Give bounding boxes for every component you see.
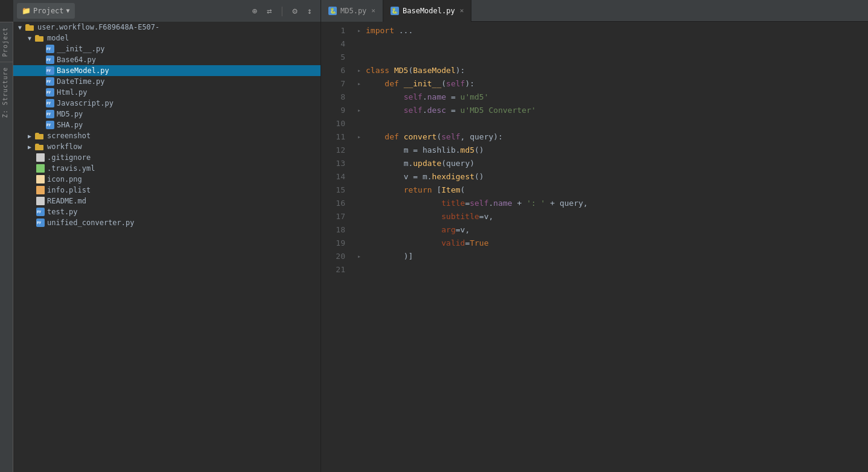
line-20-text: )] [366, 250, 413, 263]
tab-basemodel-close[interactable]: ✕ [460, 7, 464, 14]
readme-icon [36, 197, 45, 205]
fold-7[interactable]: ▸ [357, 77, 366, 91]
code-line-6: ▸ class MD5(BaseModel): [357, 64, 868, 77]
toolbar-icons: ⊕ ⇄ | ⚙ ↕ [250, 5, 317, 17]
ln-21: 21 [321, 263, 345, 276]
tree-item-md5[interactable]: MD5.py [13, 109, 321, 120]
tree-item-datetime[interactable]: DateTime.py [13, 76, 321, 87]
arrow-icon[interactable]: ↕ [305, 5, 314, 17]
code-line-7: ▸ def __init__(self): [357, 77, 868, 91]
fold-6[interactable]: ▸ [357, 64, 366, 77]
infoplist-label: info.plist [47, 186, 91, 194]
tab-md5-close[interactable]: ✕ [371, 7, 375, 14]
line-21-text [366, 263, 371, 276]
line-4-text [366, 37, 371, 51]
code-line-16: title=self.name + ': ' + query, [357, 197, 868, 210]
javascript-label: Javascript.py [57, 99, 113, 107]
py-icon-md5-tree [46, 110, 54, 118]
tree-item-testpy[interactable]: test.py [13, 206, 321, 217]
tree-item-workflow[interactable]: ▶ workflow [13, 141, 321, 152]
tab-md5[interactable]: 🐍 MD5.py ✕ [321, 0, 383, 22]
side-tabs: Project Z: Structure [0, 22, 13, 472]
unified-icon [36, 218, 45, 227]
tree-item-sha[interactable]: SHA.py [13, 120, 321, 130]
py-icon-basemodel: 🐍 [391, 7, 399, 15]
py-icon-datetime [46, 77, 54, 86]
code-line-5 [357, 51, 868, 64]
tree-item-model[interactable]: ▼ model [13, 33, 321, 43]
py-icon-basemodel-tree [46, 66, 54, 75]
tree-item-basemodel[interactable]: BaseModel.py [13, 65, 321, 76]
tree-item-unified[interactable]: unified_converter.py [13, 217, 321, 228]
code-line-11: ▸ def convert(self, query): [357, 130, 868, 144]
editor-tab-bar: 🐍 MD5.py ✕ 🐍 BaseModel.py ✕ [321, 0, 868, 22]
tab-basemodel[interactable]: 🐍 BaseModel.py ✕ [383, 0, 471, 22]
fold-1[interactable]: ▸ [357, 24, 366, 37]
travis-icon [36, 164, 45, 173]
ln-16: 16 [321, 197, 345, 210]
testpy-label: test.py [47, 208, 78, 216]
base64-label: Base64.py [57, 56, 96, 64]
code-line-10 [357, 117, 868, 130]
code-line-1: ▸ import ... [357, 24, 868, 37]
code-editor[interactable]: 1 4 5 6 7 8 9 10 11 12 13 14 15 16 17 18… [321, 22, 868, 472]
line-8-text: self.name = u'md5' [366, 91, 489, 104]
tree-item-iconpng[interactable]: icon.png [13, 174, 321, 185]
ln-8: 8 [321, 91, 345, 104]
project-dropdown[interactable]: 📁 Project ▼ [17, 3, 75, 19]
init-label: __init__.py [57, 45, 104, 53]
datetime-label: DateTime.py [57, 77, 104, 86]
tree-item-screenshot[interactable]: ▶ screenshot [13, 130, 321, 141]
code-line-18: arg=v, [357, 223, 868, 237]
line-17-text: subtitle=v, [366, 210, 493, 223]
py-icon-sha [46, 121, 54, 129]
code-line-19: valid=True [357, 237, 868, 250]
fold-9[interactable]: ▸ [357, 104, 366, 117]
tree-item-travis[interactable]: .travis.yml [13, 163, 321, 174]
ln-1: 1 [321, 24, 345, 37]
root-label: user.workflow.F689648A-E507- [37, 23, 159, 31]
tree-item-html[interactable]: Html.py [13, 87, 321, 98]
main-area: ▼ user.workflow.F689648A-E507- ▼ model _… [13, 22, 868, 472]
line-numbers: 1 4 5 6 7 8 9 10 11 12 13 14 15 16 17 18… [321, 22, 353, 472]
code-line-14: v = m.hexdigest() [357, 170, 868, 183]
workflow-arrow: ▶ [28, 144, 35, 150]
iconpng-icon [36, 175, 45, 183]
tree-item-init[interactable]: __init__.py [13, 43, 321, 54]
code-line-13: m.update(query) [357, 157, 868, 170]
gitignore-icon [36, 153, 45, 162]
gear-icon[interactable]: ⚙ [290, 5, 299, 17]
travis-label: .travis.yml [47, 164, 95, 173]
ln-12: 12 [321, 144, 345, 157]
side-tab-project[interactable]: Project [0, 22, 13, 62]
ln-13: 13 [321, 157, 345, 170]
tree-item-infoplist[interactable]: info.plist [13, 185, 321, 196]
tree-item-readme[interactable]: README.md [13, 196, 321, 206]
screenshot-label: screenshot [47, 132, 91, 140]
py-icon-base64 [46, 56, 54, 64]
unified-label: unified_converter.py [47, 218, 135, 227]
py-icon-init [46, 45, 54, 53]
line-7-text: def __init__(self): [366, 77, 474, 91]
workflow-folder-icon [35, 143, 45, 150]
md5-label: MD5.py [57, 110, 83, 118]
py-icon-html [46, 88, 54, 97]
side-tab-structure[interactable]: Z: Structure [0, 62, 13, 123]
tree-item-javascript[interactable]: Javascript.py [13, 98, 321, 109]
tree-item-base64[interactable]: Base64.py [13, 54, 321, 65]
tree-root[interactable]: ▼ user.workflow.F689648A-E507- [13, 22, 321, 33]
code-line-8: self.name = u'md5' [357, 91, 868, 104]
project-panel-header: 📁 Project ▼ ⊕ ⇄ | ⚙ ↕ [13, 0, 321, 22]
line-18-text: arg=v, [366, 223, 470, 237]
line-1-text: import ... [366, 24, 413, 37]
line-11-text: def convert(self, query): [366, 130, 503, 144]
line-9-text: self.desc = u'MD5 Converter' [366, 104, 536, 117]
settings-icon[interactable]: ⇄ [264, 5, 274, 17]
fold-11[interactable]: ▸ [357, 130, 366, 144]
fold-20[interactable]: ▸ [357, 250, 366, 263]
add-icon[interactable]: ⊕ [250, 5, 260, 17]
infoplist-icon [36, 186, 45, 194]
tree-item-gitignore[interactable]: .gitignore [13, 152, 321, 163]
line-13-text: m.update(query) [366, 157, 474, 170]
ln-15: 15 [321, 183, 345, 197]
